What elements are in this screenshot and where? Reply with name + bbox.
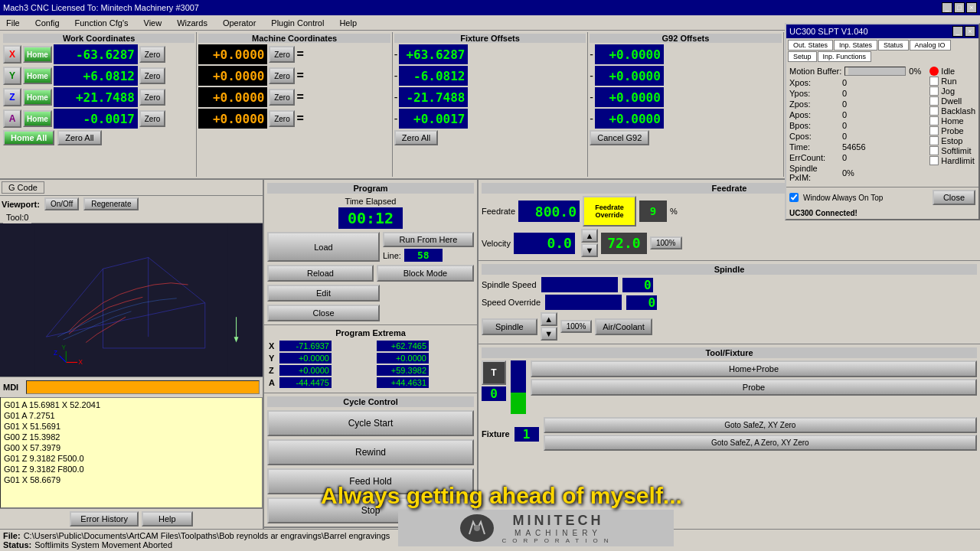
machine-coordinates-group: Machine Coordinates +0.0000 Zero = +0.00…	[197, 32, 392, 177]
uc300-estop-checkbox[interactable]	[929, 136, 939, 145]
help-button[interactable]: Help	[142, 511, 193, 527]
menu-config[interactable]: Config	[32, 17, 63, 29]
uc300-errcount-row: ErrCount: 0	[789, 153, 923, 162]
feed-hold-button[interactable]: Feed Hold	[267, 468, 474, 494]
menu-wizards[interactable]: Wizards	[174, 17, 211, 29]
menu-file[interactable]: File	[3, 17, 23, 29]
x-home-button[interactable]: Home	[23, 46, 52, 63]
uc300-dwell-label: Dwell	[941, 96, 962, 106]
uc300-jog-checkbox[interactable]	[929, 86, 939, 96]
probe-button[interactable]: Probe	[531, 379, 977, 396]
uc300-home-checkbox[interactable]	[929, 116, 939, 126]
feedrate-override-button[interactable]: Feedrate Override	[583, 196, 636, 227]
reload-button[interactable]: Reload	[267, 265, 374, 282]
z-zero-button[interactable]: Zero	[139, 89, 165, 106]
gcode-tab[interactable]: G Code	[2, 181, 44, 194]
menu-function-cfgs[interactable]: Function Cfg's	[72, 17, 132, 29]
y-axis-button[interactable]: Y	[3, 67, 21, 85]
goto-safez-a-zero-xy-zero-button[interactable]: Goto SafeZ, A Zero, XY Zero	[544, 435, 977, 451]
uc300-minimize[interactable]: _	[952, 26, 963, 37]
time-display: 00:12	[338, 207, 403, 229]
y-fixture-value: -6.0812	[399, 66, 468, 86]
uc300-backlash-checkbox[interactable]	[929, 106, 939, 116]
y-home-button[interactable]: Home	[23, 67, 52, 84]
uc300-tab-inp-functions[interactable]: Inp. Functions	[818, 51, 872, 62]
x-zero-button[interactable]: Zero	[139, 46, 165, 63]
viewport-on-off-button[interactable]: On/Off	[44, 197, 79, 210]
uc300-home-row: Home	[929, 116, 975, 126]
home-all-button[interactable]: Home All	[3, 130, 54, 145]
feedrate-down-button[interactable]: ▼	[581, 243, 598, 257]
a-zero-button[interactable]: Zero	[139, 110, 165, 127]
uc300-always-on-top-checkbox[interactable]	[789, 193, 799, 202]
cancel-g92-button[interactable]: Cancel G92	[590, 130, 649, 145]
spindle-100-button[interactable]: 100%	[560, 320, 593, 333]
mdi-input[interactable]	[26, 380, 260, 394]
a-machine-zero[interactable]: Zero	[269, 110, 295, 127]
goto-safez-xy-zero-button[interactable]: Goto SafeZ, XY Zero	[544, 417, 977, 433]
extrema-row-x: X -71.6937 +62.7465	[269, 341, 472, 351]
line-label: Line:	[383, 251, 401, 260]
window-controls[interactable]: _ □ ×	[942, 2, 977, 13]
uc300-close-button[interactable]: Close	[933, 190, 975, 205]
uc300-close[interactable]: ×	[965, 26, 975, 37]
air-coolant-button[interactable]: Air/Coolant	[595, 318, 652, 335]
y-machine-zero[interactable]: Zero	[269, 67, 295, 84]
menu-view[interactable]: View	[141, 17, 165, 29]
cycle-start-button[interactable]: Cycle Start	[267, 410, 474, 436]
regenerate-button[interactable]: Regenerate	[83, 197, 139, 210]
block-mode-button[interactable]: Block Mode	[377, 265, 474, 282]
rewind-button[interactable]: Rewind	[267, 439, 474, 465]
fixture-zero-all[interactable]: Zero All	[394, 130, 438, 145]
close-button[interactable]: ×	[966, 2, 977, 13]
a-machine-value: +0.0000	[198, 109, 267, 129]
close-program-button[interactable]: Close	[267, 305, 380, 321]
x-axis-button[interactable]: X	[3, 45, 21, 64]
zero-all-button[interactable]: Zero All	[57, 130, 101, 145]
x-machine-zero[interactable]: Zero	[269, 46, 295, 63]
uc300-run-checkbox[interactable]	[929, 77, 939, 86]
uc300-motion-value: 0%	[909, 67, 921, 76]
a-axis-button[interactable]: A	[3, 109, 21, 128]
feedrate-100-button[interactable]: 100%	[650, 236, 682, 249]
uc300-zpos-label: Zpos:	[789, 99, 839, 109]
z-machine-zero[interactable]: Zero	[269, 89, 295, 106]
edit-button[interactable]: Edit	[267, 285, 380, 302]
viewport[interactable]: X Y Z	[0, 223, 263, 377]
spindle-down-button[interactable]: ▼	[541, 327, 557, 341]
run-from-here-button[interactable]: Run From Here	[383, 232, 474, 247]
uc300-tab-out-states[interactable]: Out. States	[788, 40, 833, 51]
z-home-button[interactable]: Home	[23, 89, 52, 106]
work-coords-title: Work Coordinates	[3, 34, 194, 43]
uc300-tab-status[interactable]: Status	[878, 40, 909, 51]
menu-help[interactable]: Help	[336, 17, 360, 29]
a-g92-value: +0.0000	[595, 109, 664, 129]
spindle-button[interactable]: Spindle	[482, 318, 537, 335]
uc300-tab-analog-io[interactable]: Analog IO	[910, 40, 951, 51]
z-axis-button[interactable]: Z	[3, 88, 21, 106]
uc300-tab-setup[interactable]: Setup	[788, 51, 817, 62]
maximize-button[interactable]: □	[954, 2, 965, 13]
gcode-list[interactable]: G01 A 15.6981 X 52.2041 G01 A 7.2751 G01…	[0, 397, 263, 508]
a-work-row: A Home -0.0017 Zero	[3, 109, 194, 129]
x-machine-row: +0.0000 Zero =	[198, 44, 390, 64]
menu-operator[interactable]: Operator	[220, 17, 259, 29]
minimize-button[interactable]: _	[942, 2, 952, 13]
uc300-tab-inp-states[interactable]: Inp. States	[834, 40, 877, 51]
load-button[interactable]: Load	[267, 232, 380, 262]
menu-plugin-control[interactable]: Plugin Control	[268, 17, 327, 29]
uc300-dwell-checkbox[interactable]	[929, 96, 939, 106]
spindle-up-button[interactable]: ▲	[541, 312, 557, 326]
uc300-softlimit-checkbox[interactable]	[929, 146, 939, 155]
y-zero-button[interactable]: Zero	[139, 67, 165, 84]
gcode-line: G01 Z 9.3182 F800.0	[2, 464, 260, 474]
feedrate-up-button[interactable]: ▲	[581, 229, 598, 243]
error-history-button[interactable]: Error History	[70, 511, 139, 527]
tool-fixture-panel: Tool/Fixture T 0 Home+Probe Probe	[479, 344, 980, 529]
home-probe-button[interactable]: Home+Probe	[531, 360, 977, 377]
uc300-probe-checkbox[interactable]	[929, 126, 939, 135]
svg-text:Y: Y	[61, 344, 66, 351]
tool-t-button[interactable]: T	[482, 360, 506, 385]
a-home-button[interactable]: Home	[23, 110, 52, 127]
uc300-hardlimit-checkbox[interactable]	[929, 156, 939, 165]
